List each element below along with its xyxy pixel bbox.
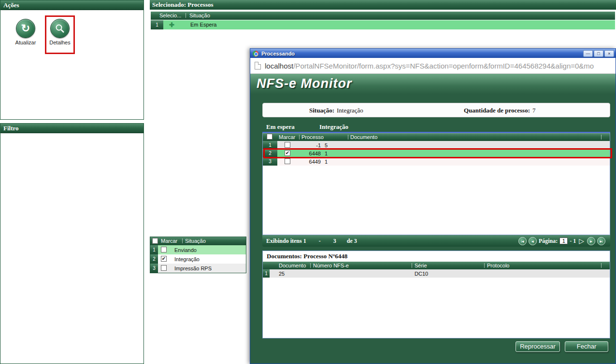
- detalhes-button[interactable]: Detalhes: [46, 19, 73, 45]
- page-next-button[interactable]: ▶: [587, 237, 595, 245]
- url-bar[interactable]: localhost/PortalNFSeMonitor/form.aspx?sy…: [250, 58, 616, 74]
- pagination-bar: Exibindo itens 1 - 3 de 3 |◀ ◀ Página: -…: [262, 235, 610, 247]
- process-row-3[interactable]: 3 6449 1: [263, 157, 610, 166]
- process-table-header: Marcar Processo Documento: [263, 133, 610, 141]
- select-all-checkbox[interactable]: [152, 238, 158, 244]
- column-header-selecionado: Selecio...: [159, 13, 181, 18]
- page-icon: [255, 62, 261, 70]
- row-checkbox[interactable]: [161, 247, 167, 252]
- atualizar-button[interactable]: ↻ Atualizar: [12, 19, 39, 45]
- atualizar-label: Atualizar: [12, 40, 39, 45]
- situacao-list-header: Marcar Situação: [150, 237, 246, 245]
- processo-value: -1: [299, 142, 321, 148]
- situacao-label: Impressão RPS: [174, 266, 212, 271]
- situacao-row-enviando[interactable]: 1 Enviando: [150, 245, 246, 254]
- checkmark: ✔: [162, 256, 166, 261]
- reprocessar-button[interactable]: Reprocessar: [516, 341, 560, 352]
- process-table: Marcar Processo Documento 1 -1 5 2 ✔ 644…: [262, 133, 610, 235]
- popup-content: Situação:Integração Quantidade de proces…: [250, 94, 616, 364]
- column-header-documento: Documento: [350, 134, 377, 140]
- column-divider: [484, 263, 485, 268]
- window-controls: — □ ×: [583, 50, 614, 57]
- acoes-panel-title: Ações: [0, 0, 143, 10]
- pagination-controls: |◀ ◀ Página: - 1 ▷ ▶ ▶|: [518, 237, 610, 245]
- column-header-documento: Documento: [279, 263, 306, 268]
- tab-integracao[interactable]: Integração: [319, 123, 348, 131]
- situacao-status-label: Situação:: [309, 107, 334, 114]
- column-divider: [186, 13, 186, 18]
- column-divider: [182, 238, 183, 243]
- documento-value: 1: [325, 151, 328, 156]
- row-checkbox[interactable]: ✔: [161, 256, 167, 262]
- row-checkbox[interactable]: [161, 265, 167, 271]
- column-header-situacao: Situação: [189, 13, 210, 18]
- situacao-row-impressao[interactable]: 3 Impressão RPS: [150, 264, 246, 273]
- exibindo-text: Exibindo itens 1: [266, 238, 306, 245]
- row-number: 3: [263, 157, 277, 166]
- selecionado-title: Selecionado: Processos: [152, 1, 214, 8]
- process-row-2-selected[interactable]: 2 ✔ 6448 1: [263, 149, 610, 157]
- column-header-marcar: Marcar: [279, 134, 295, 140]
- situacao-value: Em Espera: [190, 22, 216, 28]
- tab-em-espera[interactable]: Em espera: [266, 123, 295, 131]
- column-divider: [601, 263, 602, 268]
- column-header-numero-nfse: Número NFS-e: [313, 263, 349, 268]
- selecionado-row[interactable]: 1 ✚ Em Espera: [151, 20, 615, 29]
- process-row-1[interactable]: 1 -1 5: [263, 141, 610, 149]
- row-number: 3: [150, 264, 158, 273]
- pagination-total: de 3: [347, 238, 357, 245]
- select-all-checkbox[interactable]: [267, 134, 272, 140]
- selecionado-table-header: Selecio... Situação: [151, 12, 615, 20]
- filtro-panel: Filtro: [0, 123, 144, 364]
- column-divider: [348, 135, 348, 140]
- row-number: 1: [150, 245, 158, 254]
- document-row[interactable]: 1 25 DC10: [263, 269, 610, 278]
- row-checkbox[interactable]: ✔: [285, 150, 290, 156]
- column-divider: [310, 263, 311, 268]
- detalhes-highlight-box: Detalhes: [45, 15, 75, 54]
- quantidade-value: 7: [532, 107, 536, 114]
- play-icon[interactable]: ▷: [579, 238, 584, 244]
- documentos-title: Documentos: Processo Nº6448: [263, 251, 610, 262]
- column-header-marcar: Marcar: [161, 238, 177, 244]
- processando-window: Processando — □ × localhost/PortalNFSeMo…: [250, 48, 616, 364]
- serie-value: DC10: [415, 271, 428, 277]
- quantidade-label: Quantidade de processo:: [464, 107, 530, 114]
- situacao-list-table: Marcar Situação 1 Enviando 2 ✔ Integraçã…: [150, 237, 246, 273]
- column-header-protocolo: Protocolo: [487, 263, 509, 268]
- minimize-button[interactable]: —: [583, 50, 593, 57]
- window-titlebar[interactable]: Processando — □ ×: [250, 49, 616, 58]
- filtro-panel-title: Filtro: [0, 124, 143, 133]
- magnifier-icon: [50, 19, 70, 38]
- close-button[interactable]: ×: [604, 50, 614, 57]
- column-header-processo: Processo: [301, 134, 324, 140]
- row-checkbox[interactable]: [285, 142, 290, 148]
- pagination-count: 3: [333, 238, 336, 245]
- url-path: /PortalNFSeMonitor/form.aspx?sys=NFS&act…: [293, 62, 594, 70]
- browser-icon: [253, 51, 258, 56]
- acoes-panel: Ações ↻ Atualizar Detalhes: [0, 0, 144, 120]
- window-title: Processando: [261, 51, 295, 56]
- documentos-table-header: Documento Número NFS-e Série Protocolo: [263, 262, 610, 269]
- quantidade-status: Quantidade de processo:7: [464, 107, 536, 114]
- column-header-situacao: Situação: [185, 238, 206, 244]
- url-domain: localhost: [265, 62, 293, 70]
- column-divider: [412, 263, 412, 268]
- page-input[interactable]: [559, 238, 568, 244]
- situacao-status-value: Integração: [337, 107, 363, 114]
- processo-value: 6448: [299, 151, 321, 156]
- page-first-button[interactable]: |◀: [518, 237, 527, 245]
- row-checkbox[interactable]: [285, 158, 290, 164]
- page-last-button[interactable]: ▶|: [597, 237, 605, 245]
- refresh-icon: ↻: [16, 19, 35, 38]
- documento-value: 25: [279, 271, 285, 277]
- selecionado-table: Selecio... Situação 1 ✚ Em Espera: [151, 12, 615, 29]
- page-prev-button[interactable]: ◀: [529, 237, 537, 245]
- situacao-row-integracao[interactable]: 2 ✔ Integração: [150, 254, 246, 264]
- url-text: localhost/PortalNFSeMonitor/form.aspx?sy…: [265, 62, 594, 70]
- maximize-button[interactable]: □: [594, 50, 603, 57]
- add-icon: ✚: [169, 21, 174, 28]
- fechar-button[interactable]: Fechar: [565, 341, 608, 352]
- row-number: 1: [263, 141, 277, 149]
- checkmark: ✔: [286, 150, 289, 155]
